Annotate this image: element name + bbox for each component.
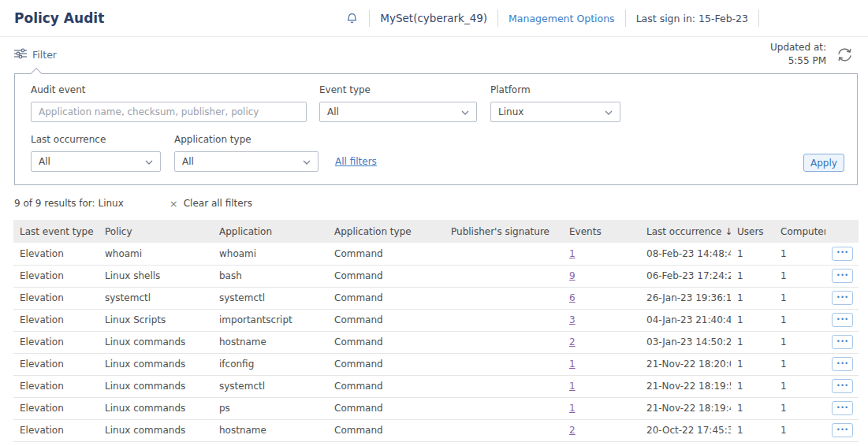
cell-computers: 1 [774, 309, 825, 331]
cell-users: 1 [731, 375, 774, 397]
event-type-value: All [327, 106, 339, 117]
application-type-select[interactable]: All [174, 151, 319, 172]
cell-users: 1 [731, 353, 774, 375]
cell-computers: 1 [774, 265, 825, 287]
management-options-link[interactable]: Management Options [509, 13, 615, 24]
cell-computers: 1 [774, 419, 825, 441]
cell-users: 1 [731, 287, 774, 309]
filter-sliders-icon [14, 48, 27, 61]
cell-actions: ••• [825, 353, 859, 375]
col-actions [825, 220, 859, 243]
cell-last-event-type: Elevation [13, 265, 99, 287]
events-link[interactable]: 1 [569, 403, 576, 414]
page-title: Policy Audit [14, 10, 104, 26]
row-actions-button[interactable]: ••• [832, 291, 853, 305]
cell-application: hostname [213, 331, 328, 353]
events-link[interactable]: 2 [569, 336, 576, 348]
events-link[interactable]: 1 [569, 248, 576, 259]
filter-panel: Audit event Event type All Platform Linu… [14, 73, 858, 185]
row-actions-button[interactable]: ••• [832, 313, 853, 327]
last-occurrence-select[interactable]: All [31, 151, 161, 172]
event-type-label: Event type [319, 84, 477, 95]
row-actions-button[interactable]: ••• [832, 423, 853, 437]
ellipsis-icon: ••• [837, 248, 849, 256]
clear-all-filters[interactable]: × Clear all filters [170, 198, 252, 210]
set-name[interactable]: MySet(cyberark_49) [380, 12, 487, 24]
platform-select[interactable]: Linux [490, 102, 620, 122]
col-events: Events [563, 220, 640, 243]
filter-toggle-label: Filter [32, 49, 57, 61]
events-link[interactable]: 2 [569, 425, 576, 436]
notifications-bell-icon[interactable] [345, 11, 359, 25]
row-actions-button[interactable]: ••• [832, 247, 853, 261]
cell-policy: whoami [99, 243, 213, 265]
ellipsis-icon: ••• [837, 337, 849, 345]
col-policy: Policy [99, 220, 213, 243]
cell-application: ifconfig [213, 353, 328, 375]
cell-publisher-signature [445, 243, 563, 265]
last-sign-in-text: Last sign in: 15-Feb-23 [636, 13, 748, 24]
cell-computers: 1 [774, 353, 825, 375]
row-actions-button[interactable]: ••• [832, 357, 853, 371]
cell-application: systemctl [213, 375, 328, 397]
cell-last-occurrence: 26-Jan-23 19:36:18 [640, 287, 731, 309]
cell-actions: ••• [825, 419, 859, 441]
event-type-select[interactable]: All [319, 102, 477, 122]
cell-actions: ••• [825, 309, 859, 331]
cell-last-event-type: Elevation [13, 419, 99, 441]
ellipsis-icon: ••• [837, 426, 849, 433]
cell-last-event-type: Elevation [13, 309, 99, 331]
events-link[interactable]: 1 [569, 381, 576, 392]
refresh-icon[interactable] [836, 46, 854, 64]
cell-users: 1 [731, 331, 774, 353]
cell-last-occurrence: 21-Nov-22 18:19:47 [640, 397, 731, 419]
row-actions-button[interactable]: ••• [832, 401, 853, 415]
cell-last-occurrence: 03-Jan-23 14:50:29 [640, 331, 731, 353]
chevron-down-icon [145, 156, 153, 167]
table-row: Elevation Linux commands systemctl Comma… [13, 375, 859, 397]
cell-last-occurrence: 20-Oct-22 17:45:35 [640, 419, 731, 441]
platform-value: Linux [498, 106, 523, 117]
cell-publisher-signature [445, 375, 563, 397]
cell-policy: Linux shells [99, 265, 213, 287]
cell-users: 1 [731, 309, 774, 331]
row-actions-button[interactable]: ••• [832, 269, 853, 283]
header-divider [625, 9, 626, 27]
all-filters-link[interactable]: All filters [335, 156, 377, 167]
cell-events: 1 [563, 353, 640, 375]
table-row: Elevation systemctl systemctl Command 6 … [13, 287, 859, 309]
ellipsis-icon: ••• [837, 293, 849, 301]
cell-application-type: Command [328, 353, 445, 375]
cell-users: 1 [731, 265, 774, 287]
events-link[interactable]: 1 [569, 359, 576, 370]
row-actions-button[interactable]: ••• [832, 379, 853, 393]
filter-toggle-button[interactable]: Filter [14, 48, 57, 61]
col-last-event-type: Last event type [13, 220, 99, 243]
cell-events: 1 [563, 375, 640, 397]
cell-application: systemctl [213, 287, 328, 309]
last-occurrence-value: All [39, 156, 50, 167]
cell-last-event-type: Elevation [13, 353, 99, 375]
audit-table: Last event type Policy Application Appli… [13, 220, 859, 442]
cell-application-type: Command [328, 331, 445, 353]
col-last-occurrence-sort[interactable]: Last occurrence ↓ [640, 220, 731, 243]
cell-policy: systemctl [99, 287, 213, 309]
apply-button[interactable]: Apply [803, 154, 844, 172]
cell-publisher-signature [445, 397, 563, 419]
cell-events: 2 [563, 331, 640, 353]
events-link[interactable]: 3 [569, 314, 576, 325]
cell-policy: Linux commands [99, 375, 213, 397]
events-link[interactable]: 9 [569, 270, 576, 281]
events-link[interactable]: 6 [569, 292, 576, 303]
row-actions-button[interactable]: ••• [832, 335, 853, 349]
close-icon: × [170, 198, 178, 210]
cell-application: ps [213, 397, 328, 419]
cell-actions: ••• [825, 331, 859, 353]
ellipsis-icon: ••• [837, 381, 849, 389]
table-row: Elevation Linux commands ifconfig Comman… [13, 353, 859, 375]
cell-events: 9 [563, 265, 640, 287]
cell-last-event-type: Elevation [13, 331, 99, 353]
audit-event-input[interactable] [31, 102, 307, 122]
application-type-value: All [182, 156, 194, 167]
header-right-cluster: MySet(cyberark_49) Management Options La… [345, 9, 759, 27]
